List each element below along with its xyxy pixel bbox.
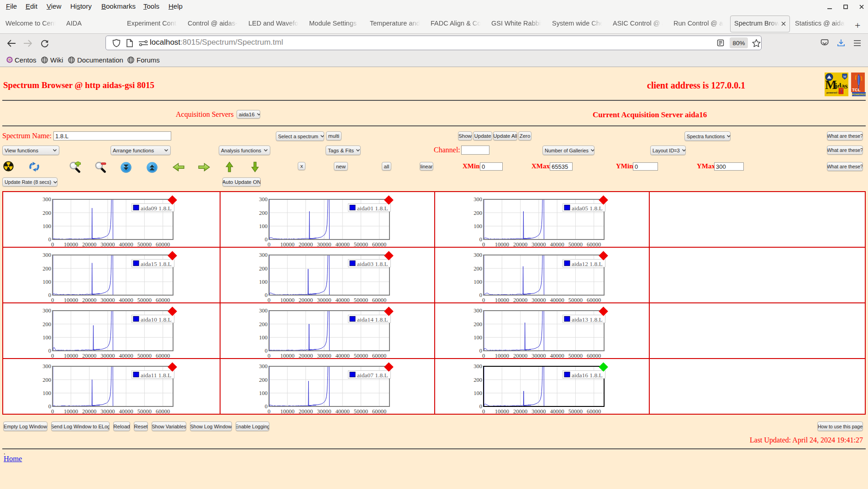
svg-text:20000: 20000 — [299, 408, 313, 415]
svg-text:aida10 1.8.L: aida10 1.8.L — [141, 316, 172, 323]
svg-text:30000: 30000 — [531, 241, 546, 248]
svg-text:40000: 40000 — [550, 408, 564, 415]
svg-text:30000: 30000 — [100, 241, 115, 248]
svg-text:50000: 50000 — [354, 241, 368, 248]
svg-text:50000: 50000 — [137, 408, 152, 415]
svg-text:0: 0 — [482, 408, 485, 415]
svg-text:0: 0 — [268, 353, 270, 359]
svg-text:aida15 1.8.L: aida15 1.8.L — [141, 260, 172, 267]
svg-text:60000: 60000 — [156, 297, 170, 303]
svg-text:300: 300 — [259, 363, 268, 369]
svg-text:0: 0 — [51, 241, 54, 248]
svg-text:100: 100 — [259, 390, 268, 396]
svg-text:20000: 20000 — [82, 353, 96, 359]
svg-text:300: 300 — [259, 196, 268, 203]
svg-text:30000: 30000 — [317, 408, 331, 415]
svg-text:200: 200 — [259, 265, 268, 272]
svg-text:30000: 30000 — [531, 297, 546, 303]
svg-text:20000: 20000 — [513, 241, 527, 248]
svg-text:60000: 60000 — [587, 353, 601, 359]
svg-text:60000: 60000 — [372, 353, 386, 359]
svg-text:10000: 10000 — [495, 297, 509, 303]
svg-text:10000: 10000 — [64, 353, 78, 359]
svg-text:200: 200 — [42, 265, 51, 272]
svg-text:aida07 1.8.L: aida07 1.8.L — [357, 372, 388, 379]
svg-text:200: 200 — [473, 321, 482, 328]
svg-text:50000: 50000 — [354, 353, 368, 359]
svg-text:aida11 1.8.L: aida11 1.8.L — [141, 372, 171, 379]
svg-text:40000: 40000 — [550, 297, 564, 303]
svg-text:300: 300 — [42, 307, 51, 314]
svg-text:20000: 20000 — [513, 353, 527, 359]
svg-text:10000: 10000 — [280, 408, 295, 415]
svg-text:60000: 60000 — [587, 241, 601, 248]
svg-text:aida14 1.8.L: aida14 1.8.L — [357, 316, 388, 323]
svg-text:10000: 10000 — [495, 408, 509, 415]
svg-text:100: 100 — [473, 334, 482, 341]
svg-text:100: 100 — [42, 279, 51, 285]
svg-text:30000: 30000 — [317, 353, 331, 359]
svg-text:20000: 20000 — [299, 353, 313, 359]
svg-text:100: 100 — [42, 390, 51, 396]
svg-text:0: 0 — [268, 241, 270, 248]
svg-text:30000: 30000 — [100, 353, 115, 359]
svg-text:0: 0 — [482, 297, 485, 303]
svg-text:30000: 30000 — [100, 297, 115, 303]
svg-text:50000: 50000 — [354, 408, 368, 415]
svg-text:40000: 40000 — [119, 353, 133, 359]
svg-text:60000: 60000 — [372, 408, 386, 415]
svg-text:100: 100 — [42, 334, 51, 341]
svg-text:50000: 50000 — [568, 353, 583, 359]
svg-text:aida09 1.8.L: aida09 1.8.L — [141, 205, 172, 212]
svg-text:50000: 50000 — [568, 241, 583, 248]
svg-text:0: 0 — [482, 241, 485, 248]
svg-text:10000: 10000 — [64, 241, 78, 248]
svg-text:40000: 40000 — [335, 241, 349, 248]
svg-text:200: 200 — [473, 265, 482, 272]
svg-text:0: 0 — [51, 353, 54, 359]
svg-text:20000: 20000 — [82, 408, 96, 415]
svg-text:200: 200 — [473, 210, 482, 216]
svg-text:200: 200 — [259, 321, 268, 328]
svg-text:200: 200 — [473, 377, 482, 383]
svg-text:aida01 1.8.L: aida01 1.8.L — [357, 205, 388, 212]
svg-text:aida03 1.8.L: aida03 1.8.L — [357, 260, 388, 267]
svg-text:40000: 40000 — [119, 408, 133, 415]
svg-text:300: 300 — [473, 307, 482, 314]
svg-text:40000: 40000 — [550, 241, 564, 248]
svg-text:100: 100 — [473, 390, 482, 396]
svg-text:20000: 20000 — [513, 297, 527, 303]
svg-text:10000: 10000 — [495, 353, 509, 359]
svg-text:30000: 30000 — [531, 408, 546, 415]
svg-text:20000: 20000 — [82, 241, 96, 248]
svg-text:60000: 60000 — [156, 353, 170, 359]
svg-text:20000: 20000 — [513, 408, 527, 415]
svg-text:100: 100 — [259, 223, 268, 229]
svg-text:60000: 60000 — [372, 297, 386, 303]
svg-text:aida05 1.8.L: aida05 1.8.L — [572, 205, 603, 212]
svg-text:40000: 40000 — [119, 297, 133, 303]
svg-text:10000: 10000 — [280, 353, 295, 359]
svg-text:100: 100 — [259, 279, 268, 285]
svg-text:aida12 1.8.L: aida12 1.8.L — [572, 260, 603, 267]
svg-text:300: 300 — [42, 363, 51, 369]
svg-text:200: 200 — [42, 321, 51, 328]
svg-text:10000: 10000 — [280, 297, 295, 303]
svg-text:M: M — [843, 75, 847, 78]
svg-text:60000: 60000 — [156, 241, 170, 248]
svg-text:300: 300 — [473, 252, 482, 258]
svg-text:40000: 40000 — [335, 297, 349, 303]
svg-text:300: 300 — [259, 307, 268, 314]
svg-text:100: 100 — [473, 279, 482, 285]
svg-text:40000: 40000 — [335, 353, 349, 359]
svg-text:60000: 60000 — [372, 241, 386, 248]
svg-text:50000: 50000 — [568, 408, 583, 415]
svg-text:300: 300 — [42, 196, 51, 203]
svg-text:40000: 40000 — [335, 408, 349, 415]
svg-text:10000: 10000 — [64, 408, 78, 415]
svg-text:30000: 30000 — [317, 297, 331, 303]
svg-text:0: 0 — [268, 408, 270, 415]
svg-text:POWERED: POWERED — [852, 93, 866, 96]
svg-text:0: 0 — [51, 408, 54, 415]
svg-text:200: 200 — [259, 377, 268, 383]
